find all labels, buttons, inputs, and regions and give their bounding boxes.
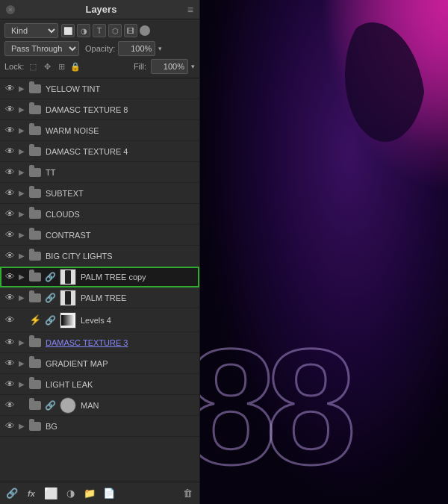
expand-arrow[interactable]: ▶ [16, 146, 27, 157]
expand-arrow[interactable]: ▶ [16, 337, 27, 348]
expand-arrow[interactable]: ▶ [16, 358, 27, 369]
layer-row[interactable]: 👁 ▶ LIGHT LEAK [0, 374, 199, 395]
opacity-dropdown-arrow[interactable]: ▾ [158, 45, 162, 52]
layer-name: GRADIENT MAP [46, 359, 196, 368]
eye-icon[interactable]: 👁 [3, 208, 16, 221]
expand-arrow[interactable]: ▶ [16, 230, 27, 240]
opacity-input[interactable] [118, 41, 155, 56]
layer-row[interactable]: 👁 ▶ DAMASC TEXTURE 8 [0, 99, 199, 120]
folder-icon [28, 103, 42, 116]
layers-list: 👁 ▶ YELLOW TINT 👁 ▶ DAMASC TEXTURE 8 👁 ▶… [0, 78, 199, 482]
expand-arrow[interactable]: ▶ [16, 188, 27, 199]
layer-row[interactable]: 👁 ▶ DAMASC TEXTURE 3 [0, 332, 199, 353]
layer-thumbnail [60, 269, 76, 285]
layer-name: PALM TREE copy [81, 273, 196, 281]
eye-icon[interactable]: 👁 [3, 314, 16, 327]
eye-icon[interactable]: 👁 [3, 378, 16, 391]
layer-row[interactable]: 👁 ▶ YELLOW TINT [0, 78, 199, 99]
layer-name: PALM TREE [81, 293, 196, 302]
expand-arrow[interactable]: ▶ [16, 272, 27, 282]
layer-name: DAMASC TEXTURE 3 [46, 338, 196, 347]
smartobj-filter-icon[interactable]: 🎞 [124, 24, 137, 37]
palm-tree-copy-layer-row[interactable]: 👁 ▶ 🔗 PALM TREE copy [0, 267, 199, 287]
folder-icon [28, 208, 42, 221]
eye-icon[interactable]: 👁 [3, 420, 16, 433]
eye-icon[interactable]: 👁 [3, 82, 16, 96]
folder-icon [28, 187, 42, 200]
type-filter-icon[interactable]: T [93, 24, 106, 37]
eye-icon[interactable]: 👁 [3, 124, 16, 137]
layer-row[interactable]: 👁 ▶ WARM NOISE [0, 120, 199, 141]
chain-icon: 🔗 [45, 272, 56, 282]
blend-mode-select[interactable]: Pass Through [4, 41, 79, 56]
delete-layer-button[interactable]: 🗑 [180, 486, 195, 501]
expand-arrow[interactable]: ▶ [16, 84, 27, 94]
eye-icon[interactable]: 👁 [3, 145, 16, 158]
lock-icons: ⬚ ✥ ⊞ 🔒 [27, 60, 81, 72]
eye-icon[interactable]: 👁 [3, 270, 16, 284]
layer-effects-button[interactable]: fx [24, 486, 39, 501]
link-layers-button[interactable]: 🔗 [4, 486, 19, 501]
layer-name: WARM NOISE [46, 126, 196, 135]
eye-icon[interactable]: 👁 [3, 291, 16, 305]
expand-arrow[interactable]: ▶ [16, 379, 27, 390]
layer-row[interactable]: 👁 ▶ DAMASC TEXTURE 4 [0, 141, 199, 162]
eye-icon[interactable]: 👁 [3, 357, 16, 370]
eye-icon[interactable]: 👁 [3, 103, 16, 116]
eye-icon[interactable]: 👁 [3, 336, 16, 349]
lock-label: Lock: [4, 62, 24, 71]
eye-icon[interactable]: 👁 [3, 187, 16, 200]
folder-icon [28, 420, 42, 433]
man-thumbnail [60, 397, 76, 414]
fill-input[interactable] [151, 59, 188, 74]
filter-toggle[interactable] [140, 25, 150, 36]
folder-icon [28, 124, 42, 137]
eye-icon[interactable]: 👁 [3, 399, 16, 412]
kind-select[interactable]: Kind [4, 23, 58, 38]
folder-icon [28, 357, 42, 370]
expand-arrow[interactable]: ▶ [16, 105, 27, 115]
expand-arrow[interactable]: ▶ [16, 125, 27, 136]
expand-arrow[interactable]: ▶ [16, 293, 27, 303]
layer-row[interactable]: 👁 ▶ CONTRAST [0, 225, 199, 246]
close-button[interactable]: × [6, 5, 15, 14]
adjustment-filter-icon[interactable]: ◑ [77, 24, 90, 37]
layer-row[interactable]: 👁 ▶ SUBTEXT [0, 183, 199, 204]
layer-row[interactable]: 👁 ▶ CLOUDS [0, 204, 199, 225]
lock-position-icon[interactable]: ✥ [41, 60, 53, 72]
expand-arrow-placeholder: ▶ [16, 315, 27, 326]
eye-icon[interactable]: 👁 [3, 249, 16, 263]
layer-row[interactable]: 👁 ▶ BIG CITY LIGHTS [0, 246, 199, 267]
chain-icon: 🔗 [45, 400, 56, 411]
expand-arrow[interactable]: ▶ [16, 251, 27, 261]
add-mask-button[interactable]: ⬜ [43, 486, 58, 501]
pixel-filter-icon[interactable]: ⬜ [61, 24, 75, 37]
layer-name: TT [46, 168, 196, 177]
expand-arrow[interactable]: ▶ [16, 167, 27, 178]
lock-artboard-icon[interactable]: ⊞ [55, 60, 67, 72]
panel-menu-icon[interactable]: ≡ [187, 4, 193, 16]
lock-all-icon[interactable]: 🔒 [69, 60, 81, 72]
shape-filter-icon[interactable]: ⬡ [108, 24, 122, 37]
layer-row[interactable]: 👁 ▶ BG [0, 416, 199, 437]
levels-layer-row[interactable]: 👁 ▶ ⚡ 🔗 Levels 4 [0, 308, 199, 332]
expand-arrow[interactable]: ▶ [16, 209, 27, 220]
new-group-button[interactable]: 📁 [82, 486, 97, 501]
folder-icon [28, 228, 42, 242]
blend-row: Pass Through Opacity: ▾ [4, 41, 195, 56]
expand-arrow[interactable]: ▶ [16, 421, 27, 432]
layer-row[interactable]: 👁 ▶ TT [0, 162, 199, 183]
new-layer-button[interactable]: 📄 [102, 486, 116, 501]
eye-icon[interactable]: 👁 [3, 228, 16, 242]
layer-thumbnail [60, 290, 76, 306]
chain-icon: 🔗 [45, 315, 56, 326]
layer-row[interactable]: 👁 ▶ GRADIENT MAP [0, 353, 199, 374]
adjustment-layer-button[interactable]: ◑ [63, 486, 78, 501]
man-layer-row[interactable]: 👁 ▶ 🔗 MAN [0, 395, 199, 416]
layer-row[interactable]: 👁 ▶ 🔗 PALM TREE [0, 287, 199, 308]
fill-dropdown-arrow[interactable]: ▾ [191, 63, 195, 70]
lock-pixels-icon[interactable]: ⬚ [27, 60, 39, 72]
eye-icon[interactable]: 👁 [3, 166, 16, 179]
folder-icon [28, 82, 42, 96]
layer-name: CLOUDS [46, 210, 196, 219]
